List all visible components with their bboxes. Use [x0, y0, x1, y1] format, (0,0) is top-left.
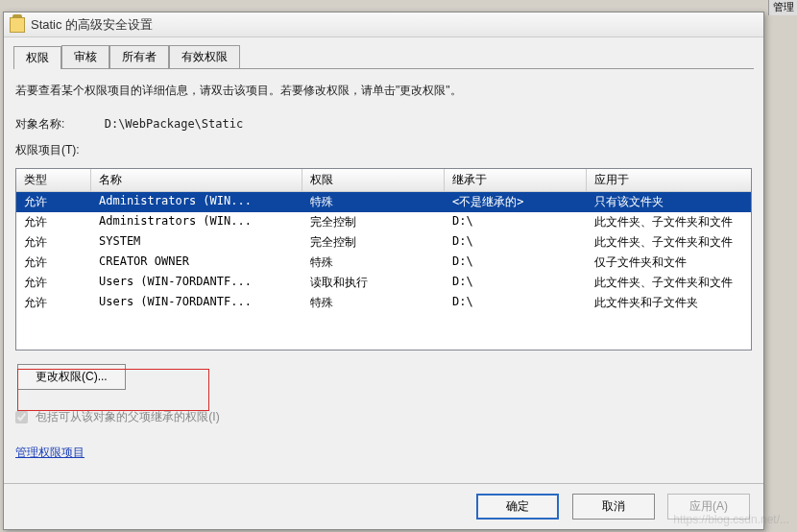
col-inherit[interactable]: 继承于 — [445, 169, 587, 191]
tab-permissions[interactable]: 权限 — [13, 46, 61, 69]
titlebar: Static 的高级安全设置 — [4, 12, 763, 37]
include-inherited-label: 包括可从该对象的父项继承的权限(I) — [36, 410, 219, 423]
object-name-row: 对象名称: D:\WebPackage\Static — [15, 116, 752, 133]
table-row[interactable]: 允许 Users (WIN-7ORDANTF... 特殊 D:\ 此文件夹和子文… — [16, 293, 751, 313]
change-permissions-button[interactable]: 更改权限(C)... — [17, 364, 126, 390]
object-name-value: D:\WebPackage\Static — [105, 117, 244, 131]
table-row[interactable]: 允许 Administrators (WIN... 完全控制 D:\ 此文件夹、… — [16, 212, 751, 232]
listview-header: 类型 名称 权限 继承于 应用于 — [16, 169, 751, 192]
dialog-button-bar: 确定 取消 应用(A) — [4, 483, 763, 520]
object-name-label: 对象名称: — [15, 117, 64, 131]
col-type[interactable]: 类型 — [16, 169, 91, 191]
instruction-text: 若要查看某个权限项目的详细信息，请双击该项目。若要修改权限，请单击"更改权限"。 — [15, 83, 752, 99]
background-tab-fragment: 管理 — [768, 0, 797, 15]
permission-listview[interactable]: 类型 名称 权限 继承于 应用于 允许 Administrators (WIN.… — [15, 168, 752, 351]
table-row[interactable]: 允许 SYSTEM 完全控制 D:\ 此文件夹、子文件夹和文件 — [16, 232, 751, 253]
include-inherited-row: 包括可从该对象的父项继承的权限(I) — [15, 409, 752, 425]
table-row[interactable]: 允许 Administrators (WIN... 特殊 <不是继承的> 只有该… — [16, 192, 751, 212]
col-perm[interactable]: 权限 — [302, 169, 445, 191]
tab-owner[interactable]: 所有者 — [109, 45, 169, 68]
apply-button[interactable]: 应用(A) — [667, 494, 750, 520]
advanced-security-window: Static 的高级安全设置 权限 审核 所有者 有效权限 若要查看某个权限项目… — [3, 12, 764, 530]
ok-button[interactable]: 确定 — [476, 494, 559, 520]
cancel-button[interactable]: 取消 — [572, 494, 655, 520]
window-title: Static 的高级安全设置 — [31, 16, 153, 34]
content-area: 权限 审核 所有者 有效权限 若要查看某个权限项目的详细信息，请双击该项目。若要… — [4, 37, 763, 474]
tab-effective-perm[interactable]: 有效权限 — [169, 45, 240, 68]
tab-auditing[interactable]: 审核 — [61, 45, 109, 68]
include-inherited-checkbox — [15, 411, 28, 423]
tab-strip: 权限 审核 所有者 有效权限 — [13, 45, 754, 69]
col-name[interactable]: 名称 — [91, 169, 302, 191]
table-row[interactable]: 允许 Users (WIN-7ORDANTF... 读取和执行 D:\ 此文件夹… — [16, 273, 751, 293]
manage-permission-link[interactable]: 管理权限项目 — [15, 445, 85, 461]
table-row[interactable]: 允许 CREATOR OWNER 特殊 D:\ 仅子文件夹和文件 — [16, 253, 751, 273]
folder-icon — [10, 17, 25, 33]
col-apply[interactable]: 应用于 — [587, 169, 751, 191]
permission-entries-label: 权限项目(T): — [15, 142, 752, 158]
